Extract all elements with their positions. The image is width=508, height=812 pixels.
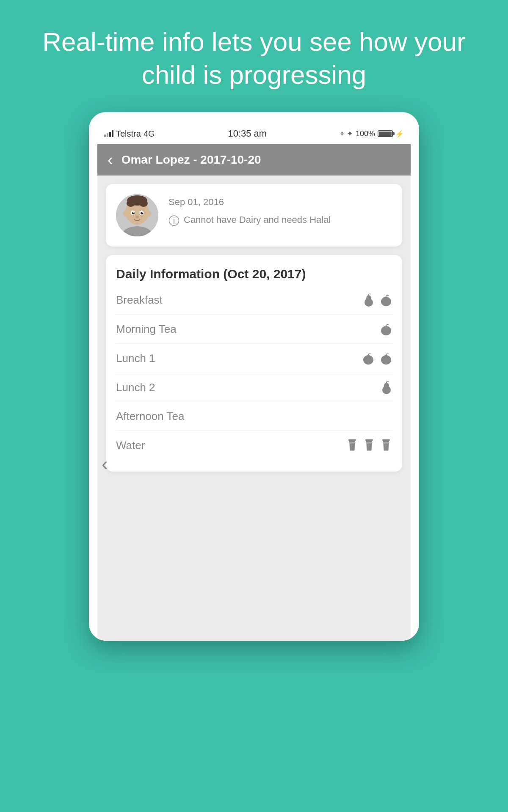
battery-percent: 100% xyxy=(356,129,375,138)
profile-info: Sep 01, 2016 ⓘ Cannot have Dairy and nee… xyxy=(168,194,392,228)
meal-row-water: Water xyxy=(116,431,392,460)
svg-point-4 xyxy=(139,200,148,207)
svg-point-10 xyxy=(142,212,143,213)
phone-wrapper: Telstra 4G 10:35 am ⌖ ✦ 100% ⚡ xyxy=(0,108,508,641)
network-label: 4G xyxy=(144,129,155,139)
svg-point-24 xyxy=(381,355,391,365)
meal-row-afternoon-tea: Afternoon Tea xyxy=(116,402,392,431)
meal-name-lunch1: Lunch 1 xyxy=(116,352,155,365)
svg-point-8 xyxy=(141,212,143,214)
water-icon-2 xyxy=(363,439,375,452)
svg-point-7 xyxy=(132,212,135,214)
apple-icon-2 xyxy=(380,322,392,336)
status-right: ⌖ ✦ 100% ⚡ xyxy=(340,129,404,138)
svg-rect-34 xyxy=(383,442,389,444)
svg-point-9 xyxy=(133,212,134,213)
status-bar: Telstra 4G 10:35 am ⌖ ✦ 100% ⚡ xyxy=(97,125,411,143)
pear-icon-2 xyxy=(381,381,392,394)
svg-point-12 xyxy=(123,211,127,217)
status-time: 10:35 am xyxy=(228,128,267,139)
svg-point-13 xyxy=(147,211,151,217)
apple-icon-3 xyxy=(362,351,374,365)
daily-title: Daily Information (Oct 20, 2017) xyxy=(116,267,392,281)
svg-rect-29 xyxy=(348,439,356,441)
svg-point-20 xyxy=(381,326,391,335)
profile-card: Sep 01, 2016 ⓘ Cannot have Dairy and nee… xyxy=(106,184,402,247)
content-area: Sep 01, 2016 ⓘ Cannot have Dairy and nee… xyxy=(97,176,411,641)
location-icon: ⌖ xyxy=(340,129,344,138)
header-section: Real-time info lets you see how your chi… xyxy=(0,0,508,108)
left-chevron[interactable]: ‹ xyxy=(102,453,108,475)
navbar-title: Omar Lopez - 2017-10-20 xyxy=(121,153,261,167)
svg-rect-30 xyxy=(349,442,356,444)
svg-rect-32 xyxy=(366,442,373,444)
profile-alert-row: ⓘ Cannot have Dairy and needs Halal xyxy=(168,214,392,228)
meal-name-afternoon-tea: Afternoon Tea xyxy=(116,410,184,423)
profile-date: Sep 01, 2016 xyxy=(168,197,392,208)
meal-row-lunch2: Lunch 2 xyxy=(116,373,392,402)
svg-rect-31 xyxy=(365,439,373,441)
alert-icon: ⓘ xyxy=(168,214,179,228)
phone-container: Telstra 4G 10:35 am ⌖ ✦ 100% ⚡ xyxy=(89,112,419,641)
svg-point-3 xyxy=(127,200,135,207)
meal-icons-lunch2 xyxy=(381,381,392,394)
svg-point-16 xyxy=(366,295,371,301)
alert-text: Cannot have Dairy and needs Halal xyxy=(184,214,331,227)
header-title: Real-time info lets you see how your chi… xyxy=(34,25,474,91)
meal-name-morning-tea: Morning Tea xyxy=(116,323,177,336)
meal-icons-breakfast xyxy=(363,293,392,307)
avatar xyxy=(116,194,158,236)
back-button[interactable]: ‹ xyxy=(108,152,113,168)
svg-rect-33 xyxy=(382,439,390,441)
water-icon-3 xyxy=(380,439,392,452)
svg-point-11 xyxy=(135,216,139,218)
water-icon-1 xyxy=(346,439,358,452)
apple-icon-4 xyxy=(380,351,392,365)
meal-icons-water xyxy=(346,439,392,452)
battery-icon: ⚡ xyxy=(378,130,404,138)
meal-name-water: Water xyxy=(116,439,145,452)
signal-icon xyxy=(104,130,113,137)
meal-name-breakfast: Breakfast xyxy=(116,294,163,307)
meal-icons-lunch1 xyxy=(362,351,392,365)
meal-row-morning-tea: Morning Tea xyxy=(116,315,392,344)
svg-point-27 xyxy=(384,383,389,389)
carrier-label: Telstra xyxy=(116,129,141,139)
apple-icon xyxy=(380,293,392,307)
pear-icon xyxy=(363,293,374,307)
svg-point-22 xyxy=(363,355,373,365)
meal-icons-morning-tea xyxy=(380,322,392,336)
meal-row-breakfast: Breakfast xyxy=(116,285,392,315)
svg-point-18 xyxy=(381,297,391,306)
status-left: Telstra 4G xyxy=(104,129,155,139)
bluetooth-icon: ✦ xyxy=(347,129,353,138)
meal-name-lunch2: Lunch 2 xyxy=(116,381,155,394)
daily-card: Daily Information (Oct 20, 2017) Breakfa… xyxy=(106,255,402,472)
baby-avatar-image xyxy=(116,194,158,236)
app-navbar: ‹ Omar Lopez - 2017-10-20 xyxy=(97,144,411,176)
meal-row-lunch1: Lunch 1 xyxy=(116,344,392,373)
